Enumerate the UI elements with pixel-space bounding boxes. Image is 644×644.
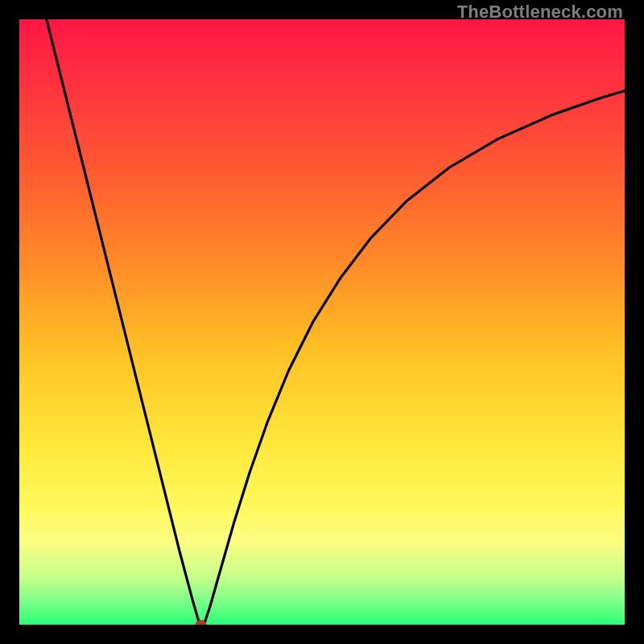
chart-svg — [19, 19, 625, 625]
chart-background — [19, 19, 625, 625]
watermark-text: TheBottleneck.com — [457, 2, 623, 23]
chart-frame — [19, 19, 625, 625]
